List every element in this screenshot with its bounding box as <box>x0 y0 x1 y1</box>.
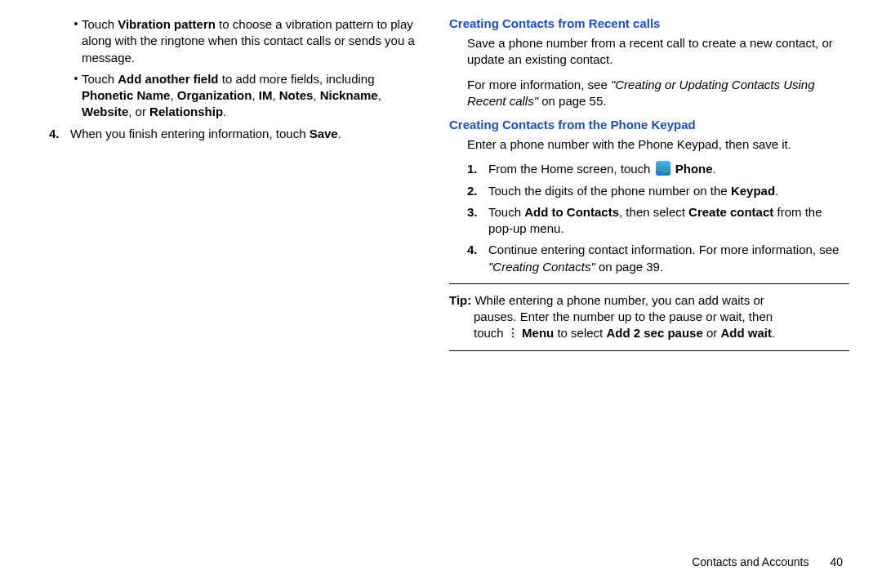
step-number: 1. <box>467 161 488 177</box>
tip-block: Tip: While entering a phone number, you … <box>449 292 849 342</box>
step-text: Touch the digits of the phone number on … <box>488 183 849 199</box>
right-column: Creating Contacts from Recent calls Save… <box>441 16 849 523</box>
step-2: 2. Touch the digits of the phone number … <box>467 183 849 199</box>
tip-line: pauses. Enter the number up to the pause… <box>474 309 849 325</box>
paragraph: Enter a phone number with the Phone Keyp… <box>467 136 849 153</box>
step-1: 1. From the Home screen, touch Phone. <box>467 161 849 177</box>
tip-line: touch Menu to select Add 2 sec pause or … <box>474 325 849 341</box>
heading-recent-calls: Creating Contacts from Recent calls <box>449 16 849 30</box>
step-4: 4. Continue entering contact information… <box>467 242 849 275</box>
bullet-text: Touch Add another field to add more fiel… <box>82 71 425 121</box>
step-number: 4. <box>49 126 70 142</box>
footer-page: 40 <box>830 555 843 568</box>
paragraph: Save a phone number from a recent call t… <box>467 35 849 69</box>
bullet-text: Touch Vibration pattern to choose a vibr… <box>82 16 425 66</box>
divider <box>449 350 849 351</box>
step-text: Continue entering contact information. F… <box>488 242 849 275</box>
footer-section: Contacts and Accounts <box>692 555 808 568</box>
step-3: 3. Touch Add to Contacts, then select Cr… <box>467 204 849 238</box>
paragraph: For more information, see "Creating or U… <box>467 77 849 110</box>
divider <box>449 283 849 284</box>
step-number: 2. <box>467 183 488 199</box>
bullet-item: • Touch Add another field to add more fi… <box>70 71 425 121</box>
phone-icon <box>656 161 670 176</box>
step-number: 3. <box>467 204 488 238</box>
step-text: When you finish entering information, to… <box>70 126 425 142</box>
page-footer: Contacts and Accounts40 <box>692 555 843 568</box>
left-column: • Touch Vibration pattern to choose a vi… <box>33 16 441 523</box>
step-number: 4. <box>467 242 488 275</box>
step-4: 4. When you finish entering information,… <box>49 126 425 142</box>
bullet-item: • Touch Vibration pattern to choose a vi… <box>70 16 425 66</box>
step-text: From the Home screen, touch Phone. <box>488 161 849 177</box>
bullet-marker: • <box>70 71 82 121</box>
heading-phone-keypad: Creating Contacts from the Phone Keypad <box>449 118 849 131</box>
menu-icon <box>510 327 516 339</box>
bullet-marker: • <box>70 16 82 66</box>
step-text: Touch Add to Contacts, then select Creat… <box>488 204 849 238</box>
bullet-list: • Touch Vibration pattern to choose a vi… <box>70 16 425 121</box>
